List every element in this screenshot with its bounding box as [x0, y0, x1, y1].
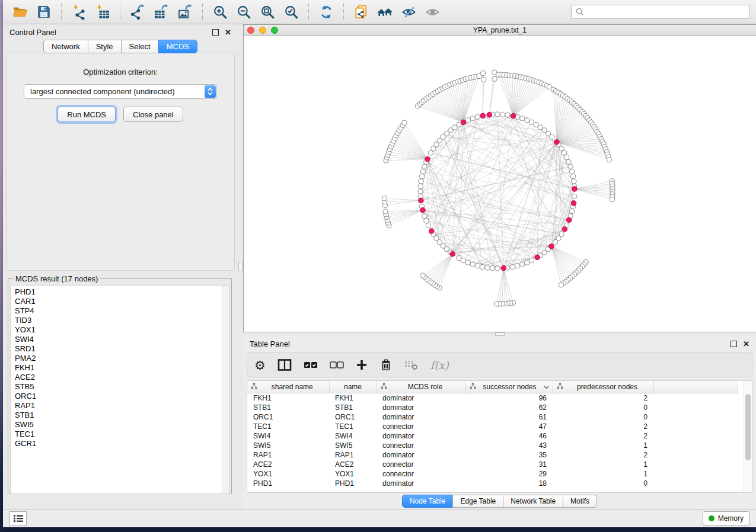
table-row[interactable]: ORC1ORC1dominator610 — [247, 412, 738, 422]
zoom-fit-button[interactable] — [256, 2, 279, 21]
import-table-button[interactable] — [91, 2, 114, 21]
table-tab-motifs[interactable]: Motifs — [563, 495, 597, 508]
table-tab-network-table[interactable]: Network Table — [503, 495, 563, 508]
zoom-selected-button[interactable] — [280, 2, 302, 21]
close-panel-icon[interactable]: ✕ — [225, 28, 231, 36]
list-scrollbar[interactable] — [222, 286, 229, 493]
list-item[interactable]: RAP1 — [15, 401, 221, 411]
tab-mcds[interactable]: MCDS — [158, 40, 197, 53]
network-canvas[interactable] — [244, 36, 756, 332]
column-header-name[interactable]: name — [329, 381, 377, 393]
import-network-button[interactable] — [68, 2, 90, 21]
select-all-columns-button[interactable] — [304, 361, 318, 368]
vertical-splitter[interactable] — [238, 24, 243, 509]
show-columns-button[interactable] — [277, 358, 292, 371]
delete-column-button[interactable] — [379, 358, 393, 371]
search-input[interactable] — [587, 7, 745, 17]
houses-icon — [377, 4, 393, 20]
table-row[interactable]: TEC1TEC1connector472 — [247, 422, 738, 431]
list-item[interactable]: FKH1 — [15, 363, 221, 373]
table-row[interactable]: SWI5SWI5connector431 — [247, 441, 738, 450]
table-settings-button[interactable]: ⚙ — [254, 359, 266, 371]
optimization-criterion-select[interactable]: largest connected component (undirected) — [24, 84, 217, 99]
column-type-icon — [251, 383, 257, 391]
table-row[interactable]: RAP1RAP1dominator352 — [247, 450, 738, 460]
column-header-predecessor-nodes[interactable]: predecessor nodes — [553, 381, 653, 393]
list-item[interactable]: PHD1 — [15, 287, 221, 297]
first-neighbors-button[interactable] — [374, 2, 396, 21]
list-item[interactable]: TEC1 — [15, 430, 221, 439]
table-cell: 1 — [553, 460, 653, 469]
function-builder-button[interactable]: f(x) — [430, 359, 449, 371]
list-item[interactable]: STP4 — [15, 306, 221, 316]
list-item[interactable]: STB1 — [15, 411, 221, 420]
minimize-window-icon[interactable] — [259, 27, 266, 34]
table-row[interactable]: STB1STB1dominator620 — [247, 403, 738, 412]
table-row[interactable]: FKH1FKH1dominator962 — [247, 393, 738, 403]
table-cell: ORC1 — [247, 412, 329, 422]
column-header-mcds-role[interactable]: MCDS role — [377, 381, 465, 393]
task-history-button[interactable] — [9, 511, 27, 525]
close-window-icon[interactable] — [247, 27, 254, 34]
unselect-all-columns-button[interactable] — [330, 361, 344, 368]
search-box[interactable] — [571, 5, 750, 19]
list-item[interactable]: SWI5 — [15, 420, 221, 430]
column-header-successor-nodes[interactable]: successor nodes — [465, 381, 553, 393]
list-item[interactable]: ACE2 — [15, 373, 221, 382]
network-view-title: YPA_prune.txt_1 — [244, 26, 756, 34]
tab-network[interactable]: Network — [43, 40, 88, 53]
list-item[interactable]: CAR1 — [15, 297, 221, 306]
close-panel-button[interactable]: Close panel — [123, 107, 183, 122]
table-row[interactable]: ACE2ACE2connector311 — [247, 460, 738, 469]
list-item[interactable]: GCR1 — [15, 439, 221, 448]
save-session-button[interactable] — [33, 2, 55, 21]
table-cell: 18 — [465, 479, 553, 488]
network-view-frame: YPA_prune.txt_1 — [243, 24, 756, 332]
float-panel-icon[interactable] — [212, 29, 219, 36]
tab-select[interactable]: Select — [121, 40, 159, 53]
export-network-button[interactable] — [126, 2, 149, 21]
float-panel-icon[interactable] — [731, 341, 737, 347]
list-item[interactable]: TID3 — [15, 316, 221, 325]
column-type-icon — [557, 383, 563, 391]
network-graph[interactable] — [244, 36, 752, 331]
hide-selected-button[interactable] — [397, 2, 420, 21]
show-all-button[interactable] — [421, 2, 444, 21]
maximize-window-icon[interactable] — [271, 27, 278, 34]
table-scrollbar[interactable] — [744, 381, 752, 492]
mcds-result-title: MCDS result (17 nodes) — [13, 274, 100, 283]
table-cell: 46 — [465, 431, 553, 441]
table-row[interactable]: SWI4SWI4dominator462 — [247, 431, 738, 441]
list-item[interactable]: YOX1 — [15, 325, 221, 335]
column-type-icon — [381, 383, 387, 391]
list-item[interactable]: SRD1 — [15, 344, 221, 354]
list-item[interactable]: PMA2 — [15, 354, 221, 363]
zoom-in-button[interactable] — [209, 2, 231, 21]
clone-network-button[interactable] — [350, 2, 372, 21]
table-cell: connector — [377, 460, 465, 469]
export-table-button[interactable] — [150, 2, 173, 21]
table-tab-node-table[interactable]: Node Table — [402, 495, 454, 508]
table-cell: FKH1 — [329, 393, 377, 403]
list-item[interactable]: SWI4 — [15, 335, 221, 344]
delete-table-button[interactable] — [404, 360, 419, 370]
column-header-shared-name[interactable]: shared name — [247, 381, 329, 393]
zoom-out-button[interactable] — [232, 2, 255, 21]
close-panel-icon[interactable]: ✕ — [743, 340, 749, 348]
table-row[interactable]: YOX1YOX1connector291 — [247, 469, 738, 479]
table-cell: ACE2 — [329, 460, 377, 469]
scrollbar-thumb[interactable] — [745, 394, 751, 460]
export-image-button[interactable] — [174, 2, 196, 21]
open-file-button[interactable] — [9, 2, 31, 21]
table-cell: connector — [377, 469, 465, 479]
table-row[interactable]: PHD1PHD1dominator180 — [247, 479, 738, 488]
memory-button[interactable]: Memory — [703, 511, 749, 525]
tab-style[interactable]: Style — [88, 40, 122, 53]
list-item[interactable]: ORC1 — [15, 392, 221, 401]
network-view-titlebar[interactable]: YPA_prune.txt_1 — [244, 25, 756, 36]
table-tab-edge-table[interactable]: Edge Table — [452, 495, 503, 508]
refresh-button[interactable] — [315, 2, 337, 21]
run-mcds-button[interactable]: Run MCDS — [58, 107, 116, 122]
create-column-button[interactable] — [356, 359, 368, 371]
list-item[interactable]: STB5 — [15, 382, 221, 392]
